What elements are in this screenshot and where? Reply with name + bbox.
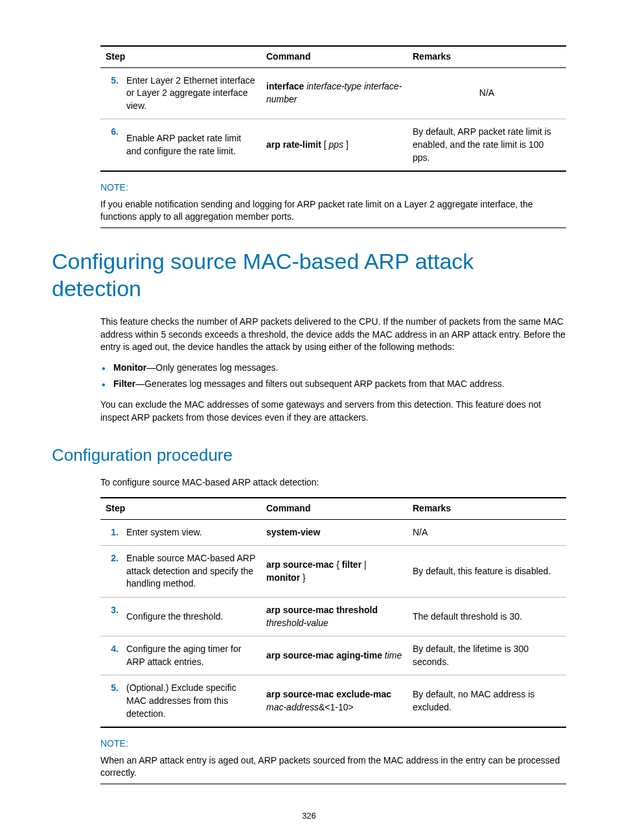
command-cell: arp rate-limit [ pps ] <box>261 119 407 171</box>
table-row: 4. Configure the aging timer for ARP att… <box>100 636 566 675</box>
step-desc: Configure the aging timer for ARP attack… <box>121 636 261 675</box>
table-first: Step Command Remarks 5. Enter Layer 2 Et… <box>100 45 566 172</box>
step-number: 6. <box>100 119 121 171</box>
paragraph: You can exclude the MAC addresses of som… <box>100 399 566 424</box>
command-cell: arp source-mac { filter | monitor } <box>261 546 407 598</box>
list-item: Monitor—Only generates log messages. <box>113 362 566 375</box>
remarks-cell: By default, this feature is disabled. <box>407 546 566 598</box>
step-desc: Enable source MAC-based ARP attack detec… <box>121 546 261 598</box>
note-label: NOTE: <box>100 738 566 751</box>
remarks-cell: N/A <box>407 67 566 119</box>
step-number: 4. <box>100 636 121 675</box>
paragraph: To configure source MAC-based ARP attack… <box>100 476 566 489</box>
step-desc: Enter Layer 2 Ethernet interface or Laye… <box>121 67 261 119</box>
step-desc: Enable ARP packet rate limit and configu… <box>121 119 261 171</box>
heading-1: Configuring source MAC-based ARP attack … <box>52 248 566 303</box>
note-text: When an ARP attack entry is aged out, AR… <box>100 754 566 784</box>
table-row: 5. (Optional.) Exclude specific MAC addr… <box>100 675 566 727</box>
table-row: 1. Enter system view. system-view N/A <box>100 519 566 546</box>
command-cell: system-view <box>261 519 407 546</box>
list-item: Filter—Generates log messages and filter… <box>113 378 566 391</box>
note-text: If you enable notification sending and l… <box>100 198 566 228</box>
step-number: 5. <box>100 675 121 727</box>
remarks-cell: N/A <box>407 519 566 546</box>
command-cell: interface interface-type interface-numbe… <box>261 67 407 119</box>
page-number: 326 <box>52 810 566 822</box>
step-number: 1. <box>100 519 121 546</box>
th-remarks: Remarks <box>407 498 566 519</box>
command-cell: arp source-mac threshold threshold-value <box>261 598 407 636</box>
th-remarks: Remarks <box>407 46 566 67</box>
remarks-cell: By default, ARP packet rate limit is ena… <box>407 119 566 171</box>
th-step: Step <box>100 498 261 519</box>
bullet-list: Monitor—Only generates log messages. Fil… <box>100 362 566 391</box>
th-step: Step <box>100 46 261 67</box>
paragraph: This feature checks the number of ARP pa… <box>100 316 566 354</box>
step-desc: (Optional.) Exclude specific MAC address… <box>121 675 261 727</box>
step-number: 2. <box>100 546 121 598</box>
th-command: Command <box>261 498 407 519</box>
command-cell: arp source-mac exclude-mac mac-address&<… <box>261 675 407 727</box>
step-desc: Enter system view. <box>121 519 261 546</box>
note-label: NOTE: <box>100 181 566 194</box>
remarks-cell: By default, no MAC address is excluded. <box>407 675 566 727</box>
step-number: 3. <box>100 598 121 636</box>
step-number: 5. <box>100 67 121 119</box>
th-command: Command <box>261 46 407 67</box>
table-row: 3. Configure the threshold. arp source-m… <box>100 598 566 636</box>
table-row: 5. Enter Layer 2 Ethernet interface or L… <box>100 67 566 119</box>
table-second: Step Command Remarks 1. Enter system vie… <box>100 497 566 728</box>
step-desc: Configure the threshold. <box>121 598 261 636</box>
table-row: 6. Enable ARP packet rate limit and conf… <box>100 119 566 171</box>
table-row: 2. Enable source MAC-based ARP attack de… <box>100 546 566 598</box>
remarks-cell: By default, the lifetime is 300 seconds. <box>407 636 566 675</box>
remarks-cell: The default threshold is 30. <box>407 598 566 636</box>
heading-2: Configuration procedure <box>52 443 566 467</box>
command-cell: arp source-mac aging-time time <box>261 636 407 675</box>
